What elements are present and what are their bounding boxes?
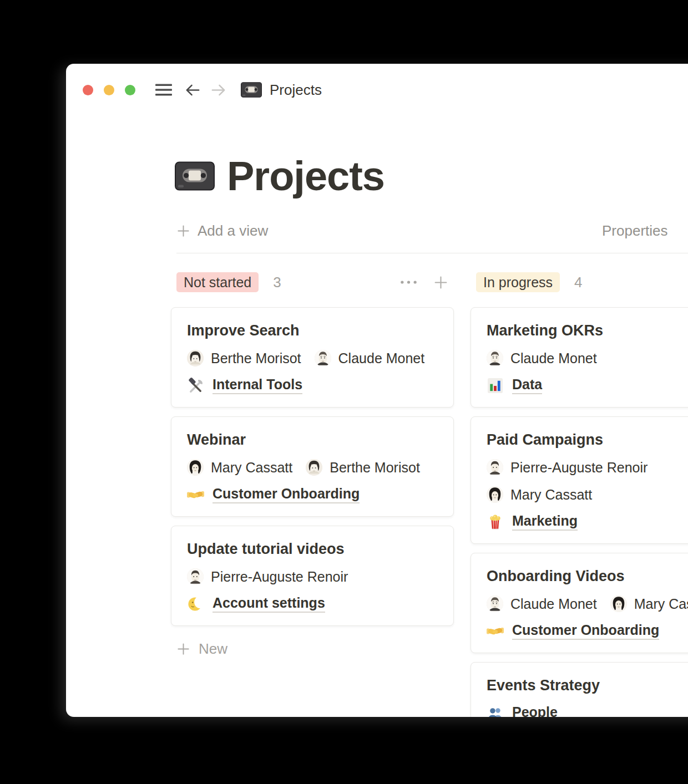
titlebar-title[interactable]: Projects (270, 82, 322, 99)
add-view-button[interactable]: Add a view (176, 222, 268, 240)
tag-row: Account settings (187, 595, 438, 613)
assignee-name: Pierre-Auguste Renoir (211, 569, 348, 585)
assignee-name: Claude Monet (338, 350, 425, 366)
handshake-icon (487, 623, 504, 640)
card-title: Paid Campaigns (487, 430, 688, 449)
card-title: Improve Search (187, 321, 438, 340)
assignee-row: Pierre-Auguste Renoir (487, 459, 688, 476)
tag-link[interactable]: Customer Onboarding (512, 622, 659, 640)
card-title: Events Strategy (487, 676, 688, 695)
column-not-started: Not started 3 Improve SearchBerthe Moris… (171, 272, 454, 717)
avatar-claude-monet (315, 350, 331, 366)
column-header: In progress 4 (471, 272, 688, 293)
column-count: 3 (273, 274, 281, 291)
assignee-row: Pierre-Auguste Renoir (187, 568, 438, 586)
board-card[interactable]: Events StrategyPeople (471, 662, 688, 717)
card-title: Onboarding Videos (487, 567, 688, 586)
minimize-button[interactable] (104, 85, 114, 95)
column-in-progress: In progress 4 Marketing OKRsClaude Monet… (471, 272, 688, 717)
board-card[interactable]: WebinarMary CassattBerthe MorisotCustome… (171, 416, 454, 517)
board-card[interactable]: Paid CampaignsPierre-Auguste RenoirMary … (471, 416, 688, 544)
popcorn-icon (487, 513, 504, 531)
hammer-wrench-icon (187, 377, 204, 394)
tag-row: Customer Onboarding (487, 622, 688, 640)
page-title[interactable]: Projects (227, 152, 385, 200)
tag-row: Customer Onboarding (187, 486, 438, 503)
avatar-mary-cassatt (610, 595, 627, 612)
assignee-name: Pierre-Auguste Renoir (510, 460, 647, 476)
card-list-not-started: Improve SearchBerthe MorisotClaude Monet… (171, 307, 454, 626)
tag-row: Internal Tools (187, 376, 438, 394)
tag-row: Marketing (487, 513, 688, 531)
column-header: Not started 3 (171, 272, 454, 293)
tag-link[interactable]: Account settings (213, 595, 325, 613)
add-view-label: Add a view (198, 222, 268, 240)
board-card[interactable]: Update tutorial videosPierre-Auguste Ren… (171, 526, 454, 626)
plus-icon (176, 224, 190, 238)
board-card[interactable]: Onboarding VideosClaude MonetMary Cassat… (471, 553, 688, 653)
assignee-name: Berthe Morisot (211, 350, 301, 366)
ellipsis-icon[interactable] (399, 279, 418, 285)
plus-icon (176, 642, 190, 656)
assignee-name: Claude Monet (510, 596, 597, 612)
tag-link[interactable]: Data (512, 376, 542, 394)
avatar-claude-monet (487, 350, 503, 366)
tag-link[interactable]: Internal Tools (213, 376, 302, 394)
card-list-in-progress: Marketing OKRsClaude MonetDataPaid Campa… (471, 307, 688, 717)
assignee-row: Berthe MorisotClaude Monet (187, 349, 438, 367)
assignee-row: Claude MonetMary Cassatt (487, 595, 688, 613)
tag-row: People (487, 704, 688, 717)
assignee-row: Mary Cassatt (487, 486, 688, 503)
card-title: Marketing OKRs (487, 321, 688, 340)
card-title: Webinar (187, 430, 438, 449)
busts-icon (487, 705, 504, 717)
card-title: Update tutorial videos (187, 539, 438, 558)
assignee-name: Mary Cassatt (510, 487, 592, 503)
new-card-button[interactable]: New (171, 640, 454, 658)
tag-row: Data (487, 376, 688, 394)
avatar-claude-monet (487, 595, 503, 612)
bar-chart-icon (487, 377, 504, 394)
assignee-name: Claude Monet (510, 350, 597, 366)
app-window: Projects Projects Add a view Properties … (66, 64, 688, 717)
avatar-pierre-auguste-renoir (187, 568, 204, 585)
avatar-pierre-auguste-renoir (487, 459, 503, 476)
avatar-mary-cassatt (487, 486, 503, 503)
status-badge-in-progress[interactable]: In progress (476, 272, 560, 292)
vhs-tape-icon (241, 82, 262, 98)
forward-arrow-icon (210, 82, 226, 98)
assignee-row: Claude Monet (487, 349, 688, 367)
toolbar-divider (176, 253, 688, 253)
assignee-name: Berthe Morisot (330, 460, 420, 476)
status-badge-not-started[interactable]: Not started (176, 272, 259, 292)
close-button[interactable] (83, 85, 93, 95)
assignee-name: Mary Cassatt (634, 596, 688, 612)
tag-link[interactable]: People (512, 704, 558, 717)
properties-button[interactable]: Properties (602, 222, 668, 240)
board-card[interactable]: Marketing OKRsClaude MonetData (471, 307, 688, 408)
assignee-row: Mary CassattBerthe Morisot (187, 459, 438, 476)
avatar-berthe-morisot (306, 459, 322, 476)
crescent-moon-icon (187, 595, 204, 613)
handshake-icon (187, 486, 204, 503)
page-vhs-tape-icon[interactable] (175, 161, 215, 191)
kanban-board: Not started 3 Improve SearchBerthe Moris… (171, 272, 688, 717)
avatar-mary-cassatt (187, 459, 204, 476)
view-toolbar: Add a view Properties Group byStatus (176, 222, 688, 245)
page-header: Projects (175, 152, 385, 200)
assignee-name: Mary Cassatt (211, 460, 292, 476)
titlebar: Projects (83, 82, 322, 98)
column-count: 4 (574, 274, 582, 291)
board-card[interactable]: Improve SearchBerthe MorisotClaude Monet… (171, 307, 454, 408)
add-card-icon[interactable] (433, 275, 448, 290)
tag-link[interactable]: Marketing (512, 513, 578, 531)
hamburger-icon[interactable] (155, 83, 172, 96)
back-arrow-icon[interactable] (185, 82, 201, 98)
tag-link[interactable]: Customer Onboarding (213, 486, 360, 503)
zoom-button[interactable] (125, 85, 135, 95)
new-card-label: New (199, 640, 227, 658)
avatar-berthe-morisot (187, 350, 204, 366)
